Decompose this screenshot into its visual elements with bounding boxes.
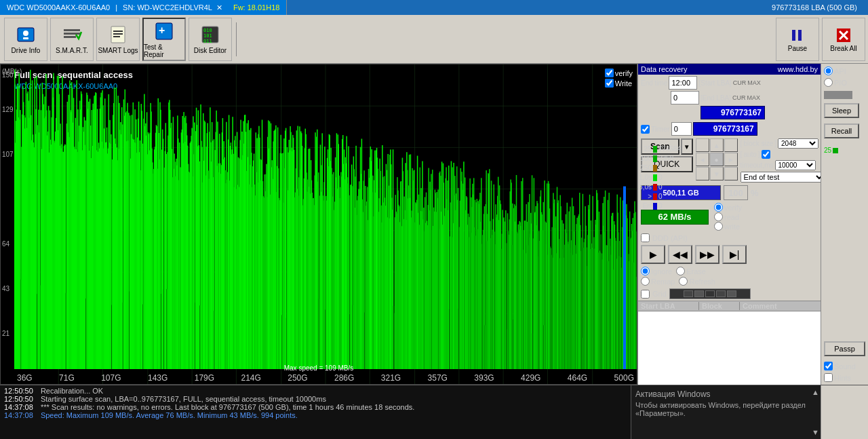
remap-radio[interactable] [641, 277, 650, 286]
erase-radio-label[interactable]: Erase [676, 267, 706, 275]
play-button[interactable]: ▶ [641, 245, 665, 264]
arrow-right[interactable]: ► [724, 153, 738, 166]
back-button[interactable]: ◀◀ [668, 245, 692, 264]
x-286g: 286G [334, 373, 354, 383]
refresh-radio[interactable] [679, 277, 688, 286]
recall-button[interactable]: Recall [824, 123, 859, 138]
timeout-select[interactable]: 10000 5000 30000 [775, 160, 816, 170]
arrow-dl[interactable] [696, 167, 709, 180]
arrow-down[interactable]: ▼ [710, 167, 724, 180]
block-size-bracket: [ [741, 140, 743, 147]
write-radio[interactable] [714, 222, 723, 231]
ddd-api-checkbox[interactable] [641, 233, 650, 242]
end-time-input[interactable] [669, 76, 697, 90]
write-radio-label[interactable]: write [714, 222, 742, 231]
end-button[interactable]: ▶| [722, 245, 747, 264]
sn-label: SN: WD-WCC2EHDLVR4L [123, 3, 212, 12]
stat-color-err [653, 203, 657, 210]
ignore-radio[interactable] [641, 267, 650, 275]
timer-input[interactable] [671, 122, 692, 136]
sound-checkbox[interactable] [824, 362, 833, 370]
speed-display: 62 MB/s [641, 210, 709, 225]
x-214g: 214G [241, 373, 260, 383]
pct-sign: % [751, 188, 759, 198]
progress-pct-value: 100 [728, 188, 743, 198]
ignore-radio-label[interactable]: Ignore [641, 267, 672, 275]
arrow-center[interactable]: ● [710, 153, 724, 166]
arrow-ur[interactable] [724, 138, 738, 152]
svg-rect-16 [792, 30, 795, 41]
timer-label: Timer [651, 125, 670, 133]
stat-color-25 [653, 146, 657, 153]
th-start-lba: Start LBA [638, 302, 699, 310]
x-36g: 36G [17, 373, 33, 383]
grid-display [669, 288, 751, 299]
sound-checkbox-label[interactable]: Sound [824, 362, 865, 370]
pio-radio-label[interactable]: PIO [824, 78, 865, 87]
sleep-button[interactable]: Sleep [824, 103, 859, 118]
block-size-select[interactable]: 2048 512 4096 [778, 138, 818, 149]
auto-checkbox[interactable] [762, 150, 770, 159]
stat-label-25: 25 [637, 145, 652, 153]
pause-button[interactable]: Pause [776, 18, 819, 61]
refresh-radio-label[interactable]: Refresh [679, 277, 715, 286]
scroll-down-arrow[interactable]: ▼ [812, 428, 819, 436]
verify-radio[interactable] [714, 203, 723, 212]
test-repair-button[interactable]: + Test & Repair [142, 18, 186, 61]
write-label: write [724, 223, 740, 231]
verify-radio-label[interactable]: verify [714, 203, 742, 212]
grid-block-4 [716, 290, 726, 297]
grid-checkbox[interactable] [641, 290, 650, 299]
svg-rect-7 [113, 31, 123, 32]
arrow-ul[interactable] [696, 138, 709, 152]
timer-end-input[interactable] [693, 122, 757, 136]
drive-tab[interactable]: WDC WD5000AAKX-60U6AA0 | SN: WD-WCC2EHDL… [0, 0, 287, 15]
svg-rect-17 [798, 30, 802, 41]
smart-logs-button[interactable]: SMART Logs [96, 18, 140, 61]
remap-radio-label[interactable]: Remap [641, 277, 675, 286]
disk-editor-button[interactable]: 010 101 011 Disk Editor [189, 18, 232, 61]
scan-dropdown-button[interactable]: ▼ [681, 138, 693, 155]
write-checkbox[interactable] [605, 79, 614, 88]
read-checkbox[interactable] [605, 69, 614, 77]
arrow-up[interactable]: ▲ [710, 138, 724, 152]
stat-row-100: 100 2358 [637, 155, 681, 162]
fwd-button[interactable]: ▶▶ [695, 245, 719, 264]
erase-radio[interactable] [676, 267, 685, 275]
end-lba-value-input[interactable] [701, 106, 765, 119]
y-label-107: 107 [2, 151, 14, 158]
pio-radio[interactable] [824, 78, 833, 87]
y-label-64: 64 [2, 240, 9, 248]
read-radio-label[interactable]: read [714, 212, 742, 221]
arrow-left[interactable]: ◄ [696, 153, 709, 166]
log-text-3: *** Scan results: no warnings, no errors… [41, 403, 415, 411]
api-radio-label[interactable]: API [824, 66, 865, 75]
start-lba-input[interactable] [671, 91, 699, 104]
read-legend-label: verify [615, 69, 633, 77]
break-all-button[interactable]: Break All [822, 18, 865, 61]
read-radio[interactable] [714, 212, 723, 221]
drive-info-label: Drive Info [12, 47, 41, 54]
log-time-1: 12:50:50 [4, 387, 33, 395]
smart-button[interactable]: S.M.A.R.T. [50, 18, 94, 61]
pio-label: PIO [834, 79, 847, 87]
api-radio[interactable] [824, 66, 833, 75]
timer-checkbox[interactable] [641, 125, 650, 134]
end-of-test-select[interactable]: End of test [741, 172, 825, 183]
stat-label-10s: 1,0s [637, 174, 652, 181]
write-legend-row[interactable]: Write [605, 79, 633, 88]
log-line-1: 12:50:50 Recalibration... OK [4, 387, 627, 395]
svg-rect-5 [64, 36, 76, 38]
read-legend-row[interactable]: verify [605, 69, 633, 77]
stat-color-30s [653, 184, 657, 191]
stat-label-30s: 3,0s [637, 183, 652, 191]
passp-button[interactable]: Passp [824, 341, 865, 356]
disk-editor-label: Disk Editor [194, 47, 226, 54]
arrow-dr[interactable] [724, 167, 738, 180]
drive-info-button[interactable]: Drive Info [4, 18, 47, 61]
hints-checkbox[interactable] [824, 373, 833, 382]
hints-checkbox-label[interactable]: Hints [824, 373, 865, 382]
stat-row-err: Err 0 [637, 202, 681, 210]
tab-close-icon[interactable]: ✕ [216, 3, 222, 12]
scroll-up-arrow[interactable]: ▲ [812, 388, 819, 396]
